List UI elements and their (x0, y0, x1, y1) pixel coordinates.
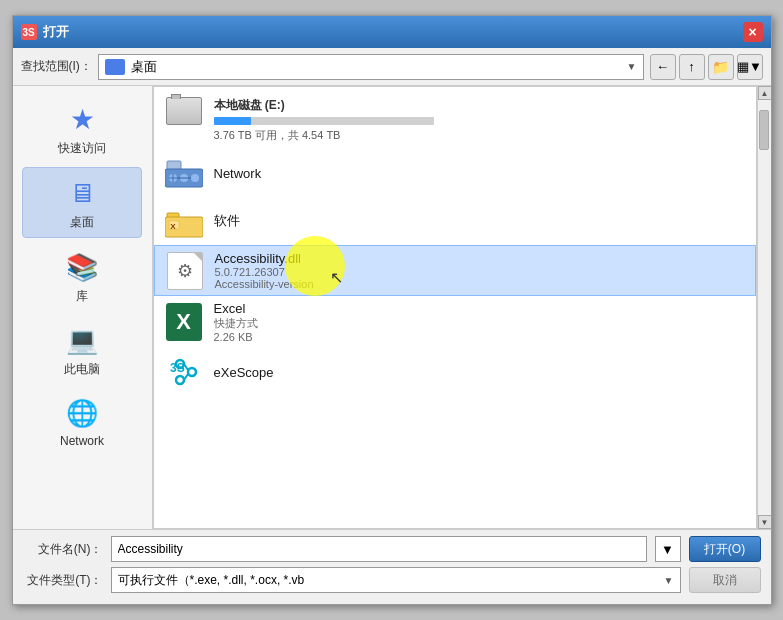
filetype-arrow: ▼ (664, 575, 674, 586)
excel-icon: X (166, 303, 202, 341)
sidebar-label-network: Network (60, 434, 104, 448)
location-text: 桌面 (131, 58, 627, 76)
back-icon: ← (656, 59, 669, 74)
file-version: 5.0.721.26307 (215, 266, 745, 278)
close-button[interactable]: × (743, 22, 763, 42)
file-info: Accessibility.dll 5.0.721.26307 Accessib… (215, 251, 745, 290)
file-description: Accessibility-version (215, 278, 745, 290)
drive-name: 本地磁盘 (E:) (214, 97, 746, 114)
filetype-row: 文件类型(T)： 可执行文件（*.exe, *.dll, *.ocx, *.vb… (23, 567, 761, 593)
drive-icon-tab (171, 94, 181, 99)
network-folder-icon (165, 155, 203, 191)
main-area: ★ 快速访问 🖥 桌面 📚 库 💻 此电脑 🌐 Network (13, 86, 771, 529)
location-icon (105, 59, 125, 75)
drive-icon (166, 97, 202, 125)
bottom-bar: 文件名(N)： ▼ 打开(O) 文件类型(T)： 可执行文件（*.exe, *.… (13, 529, 771, 604)
file-name: eXeScope (214, 365, 746, 380)
open-button-label: 打开(O) (704, 541, 745, 558)
file-name: 软件 (214, 212, 746, 230)
filetype-value: 可执行文件（*.exe, *.dll, *.ocx, *.vb (118, 572, 664, 589)
up-icon: ↑ (688, 59, 695, 74)
scroll-track (758, 100, 771, 515)
location-label: 查找范围(I)： (21, 58, 92, 75)
sidebar: ★ 快速访问 🖥 桌面 📚 库 💻 此电脑 🌐 Network (13, 86, 153, 529)
star-icon: ★ (62, 100, 102, 138)
up-button[interactable]: ↑ (679, 54, 705, 80)
file-icon-area: X (164, 202, 204, 240)
svg-text:3S: 3S (170, 361, 185, 375)
file-info: Excel 快捷方式 2.26 KB (214, 301, 746, 343)
scroll-up-button[interactable]: ▲ (758, 86, 771, 100)
app-icon: 3S (21, 24, 37, 40)
file-icon-area (164, 154, 204, 192)
sidebar-label-desktop: 桌面 (70, 214, 94, 231)
desktop-icon: 🖥 (62, 174, 102, 212)
file-icon-area: ⚙ (165, 252, 205, 290)
filetype-combo[interactable]: 可执行文件（*.exe, *.dll, *.ocx, *.vb ▼ (111, 567, 681, 593)
network-icon: 🌐 (62, 394, 102, 432)
cancel-button-label: 取消 (713, 572, 737, 589)
file-list-wrapper: 本地磁盘 (E:) 3.76 TB 可用，共 4.54 TB (153, 86, 771, 529)
back-button[interactable]: ← (650, 54, 676, 80)
open-button[interactable]: 打开(O) (689, 536, 761, 562)
location-arrow: ▼ (627, 61, 637, 72)
scrollbar[interactable]: ▲ ▼ (757, 86, 771, 529)
filename-dropdown[interactable]: ▼ (655, 536, 681, 562)
drive-space: 3.76 TB 可用，共 4.54 TB (214, 128, 746, 143)
file-name: Excel (214, 301, 746, 316)
new-folder-button[interactable]: 📁 (708, 54, 734, 80)
toolbar: 查找范围(I)： 桌面 ▼ ← ↑ 📁 ▦▼ (13, 48, 771, 86)
file-meta1: 快捷方式 (214, 316, 746, 331)
scroll-down-button[interactable]: ▼ (758, 515, 771, 529)
list-item[interactable]: X Excel 快捷方式 2.26 KB (154, 296, 756, 348)
file-meta2: 2.26 KB (214, 331, 746, 343)
file-info: Network (214, 166, 746, 181)
cancel-button[interactable]: 取消 (689, 567, 761, 593)
file-list: 本地磁盘 (E:) 3.76 TB 可用，共 4.54 TB (153, 86, 757, 529)
svg-point-14 (188, 368, 196, 376)
sidebar-item-this-pc[interactable]: 💻 此电脑 (22, 315, 142, 384)
drive-icon-area (164, 97, 204, 125)
svg-point-6 (191, 174, 199, 182)
sidebar-label-library: 库 (76, 288, 88, 305)
view-button[interactable]: ▦▼ (737, 54, 763, 80)
dll-file-icon: ⚙ (167, 252, 203, 290)
filetype-label: 文件类型(T)： (23, 572, 103, 589)
drive-info: 本地磁盘 (E:) 3.76 TB 可用，共 4.54 TB (214, 97, 746, 143)
location-combo[interactable]: 桌面 ▼ (98, 54, 644, 80)
dialog-title: 打开 (43, 23, 69, 41)
svg-point-13 (176, 376, 184, 384)
title-bar-left: 3S 打开 (21, 23, 69, 41)
folder-icon: X (165, 203, 203, 239)
filename-input[interactable] (111, 536, 647, 562)
list-item[interactable]: ⚙ Accessibility.dll 5.0.721.26307 Access… (154, 245, 756, 296)
folder-icon: 📁 (712, 59, 729, 75)
file-list-inner: 本地磁盘 (E:) 3.76 TB 可用，共 4.54 TB (154, 87, 756, 400)
list-item[interactable]: X 软件 (154, 197, 756, 245)
list-item[interactable]: 本地磁盘 (E:) 3.76 TB 可用，共 4.54 TB (154, 91, 756, 149)
sidebar-item-quick-access[interactable]: ★ 快速访问 (22, 94, 142, 163)
list-item[interactable]: Network (154, 149, 756, 197)
file-info: 软件 (214, 212, 746, 230)
list-item[interactable]: 3S eXeScope (154, 348, 756, 396)
file-info: eXeScope (214, 365, 746, 380)
chevron-down-icon: ▼ (661, 542, 674, 557)
drive-bar-container (214, 117, 434, 125)
gear-icon: ⚙ (177, 260, 193, 282)
filename-label: 文件名(N)： (23, 541, 103, 558)
pc-icon: 💻 (62, 321, 102, 359)
file-name: Network (214, 166, 746, 181)
sidebar-item-library[interactable]: 📚 库 (22, 242, 142, 311)
sidebar-label-this-pc: 此电脑 (64, 361, 100, 378)
open-dialog: 3S 打开 × 查找范围(I)： 桌面 ▼ ← ↑ 📁 ▦▼ (12, 15, 772, 605)
file-icon-area: 3S (164, 353, 204, 391)
sidebar-item-network[interactable]: 🌐 Network (22, 388, 142, 454)
toolbar-buttons: ← ↑ 📁 ▦▼ (650, 54, 763, 80)
sidebar-item-desktop[interactable]: 🖥 桌面 (22, 167, 142, 238)
scroll-thumb[interactable] (759, 110, 769, 150)
exescope-icon: 3S (166, 353, 202, 391)
view-icon: ▦▼ (737, 59, 762, 74)
file-icon-area: X (164, 303, 204, 341)
sidebar-label-quick-access: 快速访问 (58, 140, 106, 157)
file-name: Accessibility.dll (215, 251, 745, 266)
